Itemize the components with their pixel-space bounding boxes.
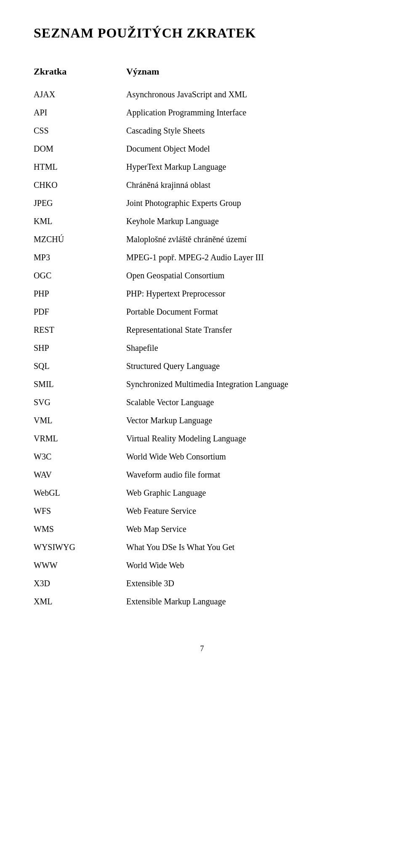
abbreviation-cell: JPEG	[34, 194, 126, 212]
table-row: W3CWorld Wide Web Consortium	[34, 448, 370, 466]
table-row: DOMDocument Object Model	[34, 140, 370, 158]
table-row: VMLVector Markup Language	[34, 411, 370, 430]
table-row: OGCOpen Geospatial Consortium	[34, 267, 370, 285]
abbreviation-cell: WAV	[34, 466, 126, 484]
meaning-cell: Structured Query Language	[126, 357, 370, 375]
table-row: WAVWaveform audio file format	[34, 466, 370, 484]
table-row: AJAXAsynchronous JavaScript and XML	[34, 85, 370, 104]
page-title: SEZNAM POUŽITÝCH ZKRATEK	[34, 25, 370, 41]
abbreviation-cell: MP3	[34, 248, 126, 267]
meaning-cell: Web Map Service	[126, 520, 370, 538]
meaning-cell: Representational State Transfer	[126, 321, 370, 339]
abbreviation-cell: CHKO	[34, 176, 126, 194]
abbreviation-cell: REST	[34, 321, 126, 339]
abbreviation-cell: VRML	[34, 430, 126, 448]
table-row: WYSIWYGWhat You DSe Is What You Get	[34, 538, 370, 556]
meaning-cell: Extensible 3D	[126, 574, 370, 593]
meaning-cell: World Wide Web	[126, 556, 370, 574]
abbreviation-cell: WYSIWYG	[34, 538, 126, 556]
abbreviation-cell: WWW	[34, 556, 126, 574]
meaning-cell: HyperText Markup Language	[126, 158, 370, 176]
table-row: WWWWorld Wide Web	[34, 556, 370, 574]
table-row: WMSWeb Map Service	[34, 520, 370, 538]
table-row: KMLKeyhole Markup Language	[34, 212, 370, 230]
meaning-cell: Joint Photographic Experts Group	[126, 194, 370, 212]
meaning-cell: Maloplošné zvláště chráněné území	[126, 230, 370, 248]
abbreviation-cell: WebGL	[34, 484, 126, 502]
abbreviation-cell: X3D	[34, 574, 126, 593]
meaning-cell: Application Programming Interface	[126, 104, 370, 122]
meaning-cell: Waveform audio file format	[126, 466, 370, 484]
abbreviation-cell: WMS	[34, 520, 126, 538]
abbreviations-table: Zkratka Význam AJAXAsynchronous JavaScri…	[34, 66, 370, 611]
table-row: SHPShapefile	[34, 339, 370, 357]
abbreviation-cell: KML	[34, 212, 126, 230]
meaning-cell: Web Feature Service	[126, 502, 370, 520]
table-row: PDFPortable Document Format	[34, 303, 370, 321]
abbreviation-cell: SMIL	[34, 375, 126, 393]
table-row: PHPPHP: Hypertext Preprocessor	[34, 285, 370, 303]
meaning-cell: Web Graphic Language	[126, 484, 370, 502]
abbreviation-cell: AJAX	[34, 85, 126, 104]
table-row: VRMLVirtual Reality Modeling Language	[34, 430, 370, 448]
table-row: JPEGJoint Photographic Experts Group	[34, 194, 370, 212]
meaning-cell: PHP: Hypertext Preprocessor	[126, 285, 370, 303]
abbreviation-cell: OGC	[34, 267, 126, 285]
meaning-cell: Scalable Vector Language	[126, 393, 370, 411]
meaning-cell: Portable Document Format	[126, 303, 370, 321]
table-row: HTMLHyperText Markup Language	[34, 158, 370, 176]
column-header-meaning: Význam	[126, 66, 370, 85]
table-row: CSSCascading Style Sheets	[34, 122, 370, 140]
meaning-cell: MPEG-1 popř. MPEG-2 Audio Layer III	[126, 248, 370, 267]
meaning-cell: Document Object Model	[126, 140, 370, 158]
meaning-cell: Open Geospatial Consortium	[126, 267, 370, 285]
meaning-cell: Keyhole Markup Language	[126, 212, 370, 230]
meaning-cell: What You DSe Is What You Get	[126, 538, 370, 556]
abbreviation-cell: API	[34, 104, 126, 122]
table-row: CHKOChráněná krajinná oblast	[34, 176, 370, 194]
table-row: MZCHÚMaloplošné zvláště chráněné území	[34, 230, 370, 248]
table-row: SVGScalable Vector Language	[34, 393, 370, 411]
table-row: WFSWeb Feature Service	[34, 502, 370, 520]
table-row: SMILSynchronized Multimedia Integration …	[34, 375, 370, 393]
table-row: WebGLWeb Graphic Language	[34, 484, 370, 502]
abbreviation-cell: SQL	[34, 357, 126, 375]
table-row: APIApplication Programming Interface	[34, 104, 370, 122]
abbreviation-cell: PDF	[34, 303, 126, 321]
abbreviation-cell: SVG	[34, 393, 126, 411]
abbreviation-cell: CSS	[34, 122, 126, 140]
table-row: RESTRepresentational State Transfer	[34, 321, 370, 339]
meaning-cell: Chráněná krajinná oblast	[126, 176, 370, 194]
meaning-cell: Extensible Markup Language	[126, 593, 370, 611]
abbreviation-cell: VML	[34, 411, 126, 430]
meaning-cell: Cascading Style Sheets	[126, 122, 370, 140]
abbreviation-cell: MZCHÚ	[34, 230, 126, 248]
abbreviation-cell: HTML	[34, 158, 126, 176]
abbreviation-cell: XML	[34, 593, 126, 611]
abbreviation-cell: WFS	[34, 502, 126, 520]
meaning-cell: Vector Markup Language	[126, 411, 370, 430]
table-row: XMLExtensible Markup Language	[34, 593, 370, 611]
table-row: MP3MPEG-1 popř. MPEG-2 Audio Layer III	[34, 248, 370, 267]
meaning-cell: Shapefile	[126, 339, 370, 357]
meaning-cell: Virtual Reality Modeling Language	[126, 430, 370, 448]
meaning-cell: World Wide Web Consortium	[126, 448, 370, 466]
page-number: 7	[34, 644, 370, 653]
abbreviation-cell: SHP	[34, 339, 126, 357]
meaning-cell: Synchronized Multimedia Integration Lang…	[126, 375, 370, 393]
column-header-abbr: Zkratka	[34, 66, 126, 85]
abbreviation-cell: W3C	[34, 448, 126, 466]
abbreviation-cell: DOM	[34, 140, 126, 158]
table-row: X3DExtensible 3D	[34, 574, 370, 593]
abbreviation-cell: PHP	[34, 285, 126, 303]
table-row: SQLStructured Query Language	[34, 357, 370, 375]
meaning-cell: Asynchronous JavaScript and XML	[126, 85, 370, 104]
